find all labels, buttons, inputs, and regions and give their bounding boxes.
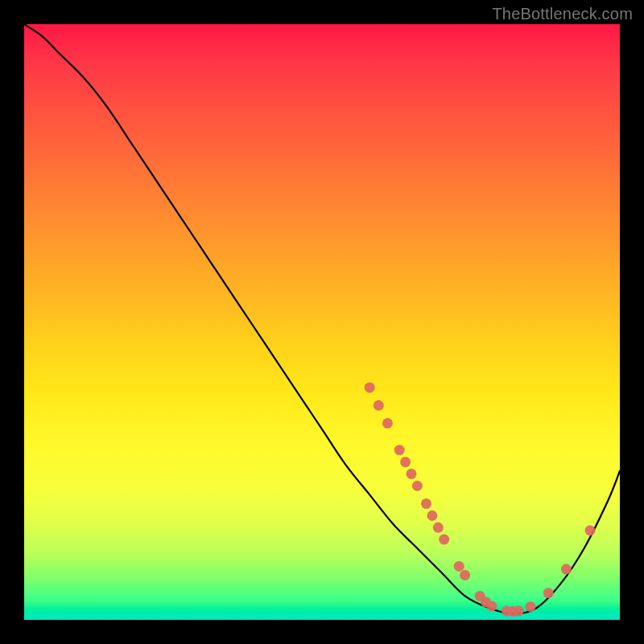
curve-marker-dot <box>374 400 384 411</box>
chart-container: TheBottleneck.com <box>0 0 644 644</box>
curve-marker-dot <box>365 382 375 393</box>
curve-marker-dot <box>561 564 572 575</box>
curve-marker-dot <box>585 526 596 536</box>
curve-marker-dot <box>460 570 470 580</box>
curve-marker-dot <box>433 522 444 533</box>
curve-marker-dot <box>427 510 437 521</box>
curve-marker-dot <box>514 605 524 616</box>
curve-marker-dot <box>412 481 423 491</box>
curve-marker-dot <box>543 588 554 598</box>
chart-svg <box>24 24 620 620</box>
curve-marker-dot <box>454 561 464 572</box>
curve-markers <box>365 382 596 617</box>
bottleneck-curve <box>24 24 620 614</box>
curve-marker-dot <box>526 601 536 612</box>
curve-marker-dot <box>486 601 497 612</box>
curve-marker-dot <box>407 469 417 479</box>
plot-area <box>24 24 620 620</box>
watermark-text: TheBottleneck.com <box>492 5 633 23</box>
curve-marker-dot <box>421 498 431 509</box>
curve-marker-dot <box>382 418 393 428</box>
curve-marker-dot <box>439 535 449 545</box>
curve-marker-dot <box>394 445 405 456</box>
curve-marker-dot <box>400 456 411 467</box>
